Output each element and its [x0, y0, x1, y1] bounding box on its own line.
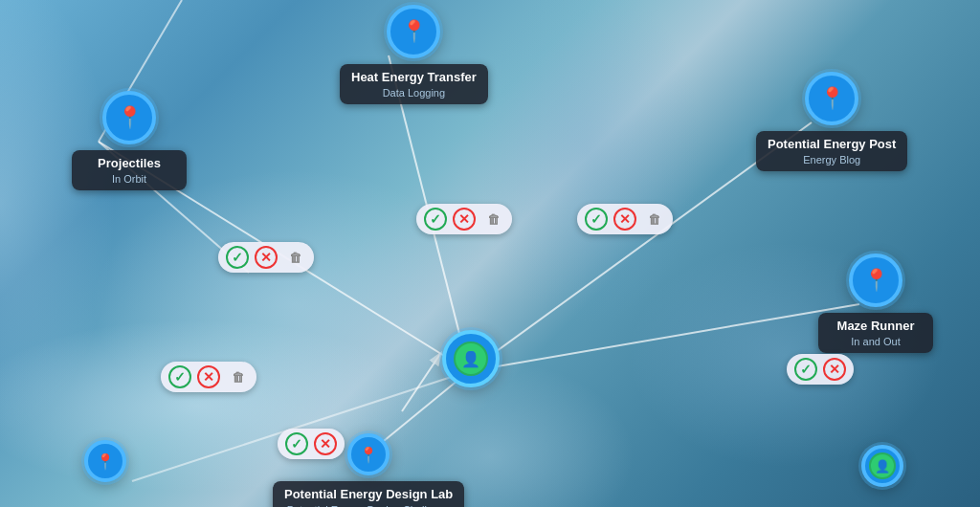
close-btn-5[interactable]: ✕: [823, 358, 846, 381]
action-bar-1: ✓ ✕ 🗑: [218, 242, 314, 273]
bottom-right-node[interactable]: 👤: [861, 445, 903, 487]
action-bar-2: ✓ ✕ 🗑: [416, 204, 512, 234]
projectiles-title: Projectiles: [83, 156, 175, 172]
person-icon-2: 👤: [869, 452, 896, 479]
potential-energy-post-title: Potential Energy Post: [768, 137, 896, 153]
trash-btn-4[interactable]: 🗑: [226, 365, 249, 388]
heat-energy-subtitle: Data Logging: [351, 87, 477, 99]
check-btn-2[interactable]: ✓: [424, 208, 447, 231]
close-btn-4[interactable]: ✕: [197, 365, 220, 388]
check-btn-1[interactable]: ✓: [226, 246, 249, 269]
projectiles-label: Projectiles In Orbit: [72, 150, 187, 190]
pin-icon-4: 📍: [863, 268, 889, 293]
trash-btn-2[interactable]: 🗑: [481, 208, 504, 231]
action-bar-3: ✓ ✕ 🗑: [577, 204, 673, 234]
pin-icon-5: 📍: [359, 446, 378, 464]
potential-energy-post-subtitle: Energy Blog: [768, 154, 896, 165]
central-circle[interactable]: 👤: [442, 330, 500, 387]
potential-design-label: Potential Energy Design Lab Potential En…: [273, 481, 464, 507]
potential-design-circle[interactable]: 📍: [347, 433, 390, 475]
close-btn-3[interactable]: ✕: [613, 208, 636, 231]
bottom-left-circle[interactable]: 📍: [84, 440, 126, 482]
check-btn-4[interactable]: ✓: [168, 365, 191, 388]
projectiles-node[interactable]: 📍 Projectiles In Orbit: [72, 91, 187, 190]
potential-energy-post-label: Potential Energy Post Energy Blog: [756, 131, 907, 171]
projectiles-subtitle: In Orbit: [83, 173, 175, 185]
heat-energy-title: Heat Energy Transfer: [351, 70, 477, 86]
pin-icon-2: 📍: [401, 19, 427, 44]
action-bar-6: ✓ ✕: [278, 429, 345, 459]
maze-runner-node[interactable]: 📍 Maze Runner In and Out: [818, 254, 933, 353]
maze-runner-label: Maze Runner In and Out: [818, 313, 933, 353]
maze-runner-circle[interactable]: 📍: [849, 254, 902, 307]
heat-energy-label: Heat Energy Transfer Data Logging: [340, 64, 488, 104]
heat-energy-circle[interactable]: 📍: [387, 5, 440, 58]
heat-energy-node[interactable]: 📍 Heat Energy Transfer Data Logging: [340, 5, 488, 104]
trash-btn-3[interactable]: 🗑: [642, 208, 665, 231]
bottom-right-circle[interactable]: 👤: [861, 445, 903, 487]
projectiles-circle[interactable]: 📍: [102, 91, 156, 144]
close-btn-1[interactable]: ✕: [255, 246, 278, 269]
potential-energy-post-circle[interactable]: 📍: [805, 72, 858, 125]
trash-btn-1[interactable]: 🗑: [283, 246, 306, 269]
close-btn-2[interactable]: ✕: [453, 208, 476, 231]
person-icon: 👤: [454, 342, 488, 376]
central-node[interactable]: 👤: [442, 330, 500, 387]
check-btn-6[interactable]: ✓: [285, 432, 308, 455]
bottom-left-node[interactable]: 📍: [84, 440, 126, 482]
potential-design-title: Potential Energy Design Lab: [284, 487, 453, 503]
potential-energy-post-node[interactable]: 📍 Potential Energy Post Energy Blog: [756, 72, 907, 171]
pin-icon: 📍: [117, 105, 143, 130]
check-btn-3[interactable]: ✓: [585, 208, 608, 231]
action-bar-4: ✓ ✕ 🗑: [161, 362, 256, 392]
check-btn-5[interactable]: ✓: [794, 358, 817, 381]
pin-icon-3: 📍: [819, 86, 845, 111]
action-bar-5: ✓ ✕: [787, 354, 854, 385]
maze-runner-subtitle: In and Out: [830, 336, 922, 347]
close-btn-6[interactable]: ✕: [314, 432, 337, 455]
pin-icon-6: 📍: [96, 452, 115, 471]
maze-runner-title: Maze Runner: [830, 319, 922, 335]
